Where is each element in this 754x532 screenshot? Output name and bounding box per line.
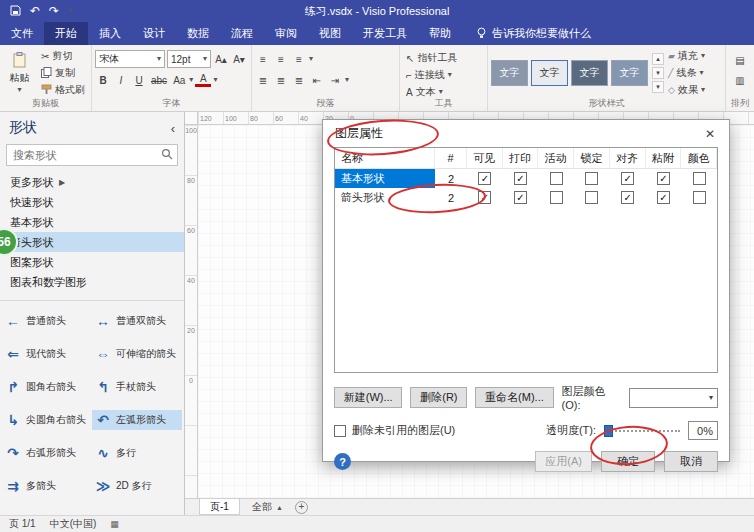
qat-customize-icon[interactable]: ▾ <box>68 7 72 15</box>
shape-item-modern-arrow[interactable]: ⇐现代箭头 <box>2 344 92 364</box>
tab-developer[interactable]: 开发工具 <box>352 22 418 45</box>
color-checkbox[interactable] <box>693 191 706 204</box>
shrink-font-button[interactable]: A▾ <box>231 51 247 67</box>
tab-process[interactable]: 流程 <box>220 22 264 45</box>
gallery-more-icon[interactable]: ▾ <box>652 81 664 93</box>
lock-checkbox[interactable] <box>585 172 598 185</box>
shape-item-double-arrow[interactable]: ↔普通双箭头 <box>92 311 182 331</box>
pointer-tool-button[interactable]: ↖ 指针工具 <box>403 50 484 66</box>
sidebar-item-more-shapes[interactable]: 更多形状 ▶ <box>0 172 184 192</box>
table-row-basic-shapes[interactable]: 基本形状 2 ✓ ✓ ✓ ✓ <box>335 169 717 188</box>
align-right-button[interactable]: ≡ <box>291 51 307 67</box>
shape-item-cane-arrow[interactable]: ↰手杖箭头 <box>92 377 182 397</box>
shape-item-left-arc-arrow[interactable]: ↶左弧形箭头 <box>92 410 182 430</box>
tab-insert[interactable]: 插入 <box>88 22 132 45</box>
transparency-slider[interactable] <box>604 424 680 438</box>
decrease-indent-button[interactable]: ⇤ <box>309 72 325 88</box>
shape-search-input[interactable] <box>7 149 161 161</box>
visible-checkbox[interactable]: ✓ <box>478 191 491 204</box>
active-checkbox[interactable] <box>550 172 563 185</box>
grow-font-button[interactable]: A▴ <box>213 51 229 67</box>
save-icon[interactable] <box>10 5 21 18</box>
visible-checkbox[interactable]: ✓ <box>478 172 491 185</box>
shape-item-multi-line[interactable]: ∿多行 <box>92 443 182 463</box>
glue-checkbox[interactable]: ✓ <box>657 191 670 204</box>
active-checkbox[interactable] <box>550 191 563 204</box>
slider-thumb[interactable] <box>604 425 613 437</box>
align-center-button[interactable]: ≡ <box>273 51 289 67</box>
shape-item-stretchable-arrow[interactable]: ⇔可伸缩的箭头 <box>92 344 182 364</box>
format-painter-button[interactable]: 格式刷 <box>38 82 88 98</box>
tab-review[interactable]: 审阅 <box>264 22 308 45</box>
arrange-icon[interactable]: ▤ <box>729 52 751 68</box>
underline-button[interactable]: U <box>131 72 147 88</box>
help-button[interactable]: ? <box>334 453 351 470</box>
color-checkbox[interactable] <box>693 172 706 185</box>
tab-data[interactable]: 数据 <box>176 22 220 45</box>
tab-file[interactable]: 文件 <box>0 22 44 45</box>
shape-item-sharp-rounded-right-arrow[interactable]: ↳尖圆角右箭头 <box>2 410 92 430</box>
tab-design[interactable]: 设计 <box>132 22 176 45</box>
shape-style-sample[interactable]: 文字 <box>611 60 648 86</box>
page-tab[interactable]: 页-1 <box>199 499 240 515</box>
undo-icon[interactable]: ↶ <box>30 5 40 17</box>
language-indicator[interactable]: 中文(中国) <box>50 517 97 531</box>
all-pages-button[interactable]: 全部 ▲ <box>252 500 283 514</box>
sidebar-item-basic-shapes[interactable]: 基本形状 <box>0 212 184 232</box>
line-button[interactable]: ╱ 线条 ▾ <box>668 66 705 81</box>
tell-me-box[interactable]: 告诉我你想要做什么 <box>466 22 601 45</box>
glue-checkbox[interactable]: ✓ <box>657 172 670 185</box>
font-color-button[interactable]: A <box>195 73 211 87</box>
dialog-title-bar[interactable]: 图层属性 ✕ <box>323 120 729 147</box>
font-size-combo[interactable]: 12pt ▾ <box>167 50 211 68</box>
rename-layer-button[interactable]: 重命名(M)... <box>475 387 553 408</box>
shape-item-multi-arrow[interactable]: ⇉多箭头 <box>2 476 92 496</box>
sidebar-item-pattern-shapes[interactable]: 图案形状 <box>0 252 184 272</box>
redo-icon[interactable]: ↷ <box>49 5 59 17</box>
snap-checkbox[interactable]: ✓ <box>621 172 634 185</box>
layer-name-cell[interactable]: 箭头形状 <box>335 188 435 207</box>
close-icon[interactable]: ✕ <box>695 123 725 145</box>
sidebar-item-arrow-shapes[interactable]: 箭头形状 <box>0 232 184 252</box>
shape-style-sample[interactable]: 文字 <box>531 60 568 86</box>
gallery-up-icon[interactable]: ▴ <box>652 53 664 65</box>
sidebar-item-chart-math-shapes[interactable]: 图表和数学图形 <box>0 272 184 292</box>
align-middle-button[interactable]: ≣ <box>273 72 289 88</box>
layer-name-cell[interactable]: 基本形状 <box>335 169 435 188</box>
collapse-panel-icon[interactable]: ‹ <box>171 121 175 136</box>
remove-unused-checkbox[interactable] <box>334 425 346 437</box>
shape-style-sample[interactable]: 文字 <box>571 60 608 86</box>
change-case-button[interactable]: Aa <box>171 72 187 88</box>
print-checkbox[interactable]: ✓ <box>514 172 527 185</box>
arrange-icon[interactable]: ▥ <box>729 72 751 88</box>
delete-layer-button[interactable]: 删除(R) <box>410 387 467 408</box>
cancel-button[interactable]: 取消 <box>664 451 718 472</box>
gallery-down-icon[interactable]: ▾ <box>652 67 664 79</box>
tab-view[interactable]: 视图 <box>308 22 352 45</box>
strikethrough-button[interactable]: abc <box>149 72 169 88</box>
shape-style-sample[interactable]: 文字 <box>491 60 528 86</box>
increase-indent-button[interactable]: ⇥ <box>327 72 343 88</box>
align-top-button[interactable]: ≣ <box>255 72 271 88</box>
shape-item-2d-multi-line[interactable]: ≫2D 多行 <box>92 476 182 496</box>
sidebar-item-quick-shapes[interactable]: 快速形状 <box>0 192 184 212</box>
snap-checkbox[interactable]: ✓ <box>621 191 634 204</box>
layer-color-dropdown[interactable]: ▾ <box>629 388 718 408</box>
new-layer-button[interactable]: 新建(W)... <box>334 387 402 408</box>
copy-button[interactable]: 复制 <box>38 65 88 81</box>
font-name-combo[interactable]: 宋体 ▾ <box>95 50 165 68</box>
ok-button[interactable]: 确定 <box>601 451 655 472</box>
effects-button[interactable]: ◇ 效果 ▾ <box>668 83 705 98</box>
tab-help[interactable]: 帮助 <box>418 22 462 45</box>
page-indicator[interactable]: 页 1/1 <box>9 517 36 531</box>
search-icon[interactable] <box>161 148 173 162</box>
connector-tool-button[interactable]: ⌐ 连接线 ▾ <box>403 67 484 83</box>
cut-button[interactable]: ✂ 剪切 <box>38 48 88 64</box>
print-checkbox[interactable]: ✓ <box>514 191 527 204</box>
bold-button[interactable]: B <box>95 72 111 88</box>
paste-button[interactable]: 粘贴 ▾ <box>3 48 36 98</box>
align-left-button[interactable]: ≡ <box>255 51 271 67</box>
shape-item-rounded-right-arrow[interactable]: ↱圆角右箭头 <box>2 377 92 397</box>
italic-button[interactable]: I <box>113 72 129 88</box>
align-bottom-button[interactable]: ≣ <box>291 72 307 88</box>
